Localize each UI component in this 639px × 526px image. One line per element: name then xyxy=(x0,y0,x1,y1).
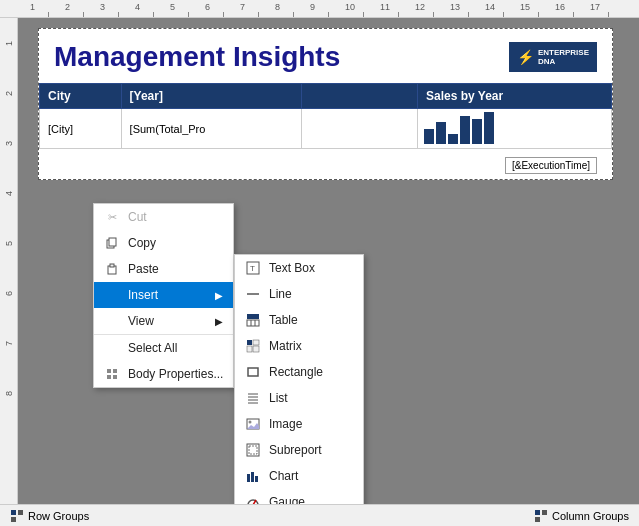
cell-year: [Sum(Total_Pro xyxy=(121,109,301,149)
ruler-mark: 4 xyxy=(135,0,170,17)
mini-bar xyxy=(436,122,446,144)
select-all-icon xyxy=(104,340,120,356)
status-bar: Row Groups Column Groups xyxy=(0,504,639,526)
ruler-mark: 7 xyxy=(240,0,275,17)
body-props-icon xyxy=(104,366,120,382)
submenu-image[interactable]: Image xyxy=(235,411,363,437)
row-groups-section: Row Groups xyxy=(10,509,89,523)
rectangle-icon xyxy=(245,364,261,380)
svg-rect-30 xyxy=(255,476,258,482)
svg-rect-15 xyxy=(247,340,252,345)
cell-city: [City] xyxy=(40,109,122,149)
svg-rect-4 xyxy=(107,369,111,373)
mini-bar xyxy=(448,134,458,144)
ruler-mark: 5 xyxy=(170,0,205,17)
menu-cut[interactable]: ✂ Cut xyxy=(94,204,233,230)
svg-rect-18 xyxy=(253,346,259,352)
svg-rect-1 xyxy=(109,238,116,246)
svg-rect-7 xyxy=(113,375,117,379)
svg-rect-40 xyxy=(11,517,16,522)
menu-copy[interactable]: Copy xyxy=(94,230,233,256)
ruler-marks: 1234567891011121314151617 xyxy=(0,0,625,17)
svg-rect-27 xyxy=(249,446,257,454)
svg-rect-17 xyxy=(247,346,252,352)
view-icon xyxy=(104,313,120,329)
submenu-rectangle[interactable]: Rectangle xyxy=(235,359,363,385)
copy-icon xyxy=(104,235,120,251)
list-icon xyxy=(245,390,261,406)
svg-rect-5 xyxy=(113,369,117,373)
svg-rect-43 xyxy=(535,517,540,522)
column-groups-icon xyxy=(534,509,548,523)
submenu-gauge[interactable]: Gauge xyxy=(235,489,363,504)
report-area: Management Insights ⚡ ENTERPRISE DNA Cit… xyxy=(38,28,613,180)
report-data-table: City [Year] Sales by Year [City] [Sum(To… xyxy=(39,83,612,149)
ruler-mark: 3 xyxy=(100,0,135,17)
svg-rect-29 xyxy=(251,472,254,482)
canvas-area: Management Insights ⚡ ENTERPRISE DNA Cit… xyxy=(18,18,639,504)
svg-rect-28 xyxy=(247,474,250,482)
svg-rect-12 xyxy=(247,320,259,326)
menu-body-properties[interactable]: Body Properties... xyxy=(94,361,233,387)
submenu-textbox[interactable]: T Text Box xyxy=(235,255,363,281)
submenu-subreport[interactable]: Subreport xyxy=(235,437,363,463)
col-empty xyxy=(301,84,417,109)
menu-select-all[interactable]: Select All xyxy=(94,334,233,361)
svg-rect-3 xyxy=(110,264,114,267)
svg-rect-11 xyxy=(247,314,259,319)
ruler-mark: 8 xyxy=(275,0,310,17)
line-icon xyxy=(245,286,261,302)
insert-arrow-icon: ▶ xyxy=(215,290,223,301)
report-header: Management Insights ⚡ ENTERPRISE DNA xyxy=(39,29,612,83)
chart-icon xyxy=(245,468,261,484)
view-arrow-icon: ▶ xyxy=(215,316,223,327)
cell-sparkline xyxy=(417,109,611,149)
table-row: [City] [Sum(Total_Pro xyxy=(40,109,612,149)
menu-paste[interactable]: Paste xyxy=(94,256,233,282)
ruler-mark: 1 xyxy=(30,0,65,17)
insert-icon xyxy=(104,287,120,303)
table-icon xyxy=(245,312,261,328)
logo-icon: ⚡ xyxy=(517,49,534,65)
svg-point-25 xyxy=(249,421,252,424)
svg-rect-39 xyxy=(18,510,23,515)
ruler-left: 1 2 3 4 5 6 7 8 xyxy=(0,18,18,504)
ruler-mark: 17 xyxy=(590,0,625,17)
svg-rect-6 xyxy=(107,375,111,379)
ruler-mark: 12 xyxy=(415,0,450,17)
context-menu[interactable]: ✂ Cut Copy Paste Insert ▶ View ▶ xyxy=(93,203,234,388)
svg-rect-42 xyxy=(542,510,547,515)
report-footer: [&ExecutionTime] xyxy=(39,149,612,179)
gauge-icon xyxy=(245,494,261,504)
ruler-top: 1234567891011121314151617 xyxy=(0,0,639,18)
ruler-mark: 10 xyxy=(345,0,380,17)
exec-time-field: [&ExecutionTime] xyxy=(505,157,597,174)
submenu-chart[interactable]: Chart xyxy=(235,463,363,489)
mini-bar xyxy=(424,129,434,144)
report-logo: ⚡ ENTERPRISE DNA xyxy=(509,42,597,72)
svg-rect-19 xyxy=(248,368,258,376)
col-city: City xyxy=(40,84,122,109)
subreport-icon xyxy=(245,442,261,458)
ruler-mark: 2 xyxy=(65,0,100,17)
ruler-mark: 6 xyxy=(205,0,240,17)
submenu-table[interactable]: Table xyxy=(235,307,363,333)
ruler-mark: 11 xyxy=(380,0,415,17)
submenu-list[interactable]: List xyxy=(235,385,363,411)
cell-empty xyxy=(301,109,417,149)
submenu-matrix[interactable]: Matrix xyxy=(235,333,363,359)
report-title: Management Insights xyxy=(54,41,340,73)
mini-bar xyxy=(472,119,482,144)
svg-rect-41 xyxy=(535,510,540,515)
menu-view[interactable]: View ▶ xyxy=(94,308,233,334)
ruler-mark: 9 xyxy=(310,0,345,17)
mini-chart xyxy=(420,111,609,146)
textbox-icon: T xyxy=(245,260,261,276)
row-groups-icon xyxy=(10,509,24,523)
col-sales: Sales by Year xyxy=(417,84,611,109)
submenu-insert[interactable]: T Text Box Line Table xyxy=(234,254,364,504)
submenu-line[interactable]: Line xyxy=(235,281,363,307)
mini-bar xyxy=(460,116,470,144)
cut-icon: ✂ xyxy=(104,209,120,225)
menu-insert[interactable]: Insert ▶ xyxy=(94,282,233,308)
